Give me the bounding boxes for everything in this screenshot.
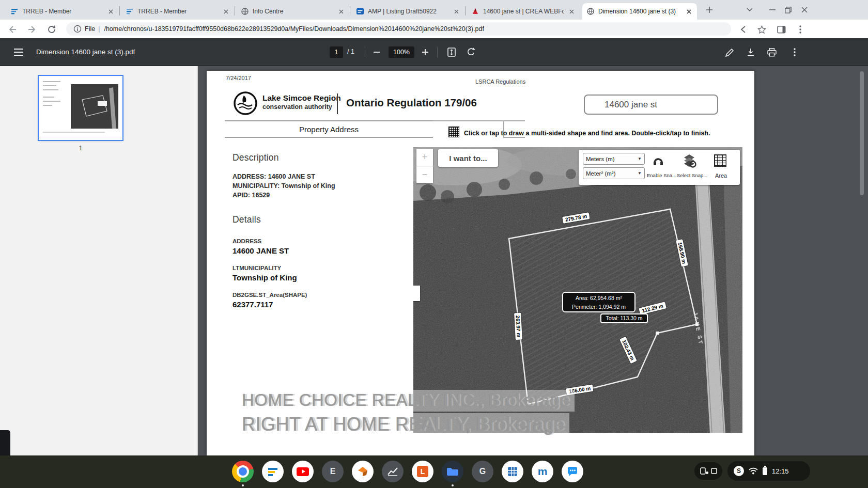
map-side-handle[interactable]: [413, 286, 420, 301]
youtube-icon[interactable]: [292, 461, 314, 482]
tab-close-icon[interactable]: [452, 7, 460, 15]
notification-pill[interactable]: [694, 462, 722, 480]
lsrca-logo-icon: [233, 90, 258, 116]
tab-dimension-pdf-active[interactable]: Dimension 14600 jane st (3): [582, 3, 697, 20]
tab-close-icon[interactable]: [106, 7, 115, 15]
detail-area-value: 62377.7117: [233, 300, 273, 309]
pdf-title: Dimension 14600 jane st (3).pdf: [36, 48, 135, 56]
page-thumbnail[interactable]: [39, 76, 122, 140]
enable-snap-icon[interactable]: [652, 154, 664, 168]
map-toolbar: Meters (m)▼ Meter² (m²)▼ Enable Sna... S…: [579, 150, 740, 185]
description-address: ADDRESS: 14600 JANE ST: [233, 172, 315, 181]
chevron-down-icon: ▼: [638, 156, 642, 161]
geowarehouse-app-icon[interactable]: [502, 461, 523, 482]
chrome-icon[interactable]: [232, 461, 254, 482]
tab-close-icon[interactable]: [222, 7, 230, 15]
trreb-app-icon[interactable]: [262, 461, 284, 482]
page-number-input[interactable]: 1: [330, 46, 343, 58]
tab-trreb-1[interactable]: TRREB - Member: [6, 3, 119, 20]
reload-icon[interactable]: [45, 23, 58, 36]
property-address-tab[interactable]: Property Address: [225, 120, 433, 138]
url-separator: |: [98, 25, 100, 33]
realtor-app-icon[interactable]: [352, 461, 374, 482]
tab-close-icon[interactable]: [685, 7, 693, 15]
download-icon[interactable]: [745, 46, 757, 58]
browser-menu-icon[interactable]: [794, 23, 807, 36]
bookmark-star-icon[interactable]: [755, 23, 768, 36]
measurement-label: 263.97 m: [514, 313, 522, 340]
tab-search-chevron-icon[interactable]: [743, 4, 756, 15]
doc-corner-label: LSRCA Regulations: [475, 78, 525, 85]
g-app-icon[interactable]: G: [472, 461, 493, 482]
select-snap-icon[interactable]: [682, 153, 696, 168]
pdf-more-icon[interactable]: [788, 46, 801, 58]
pdf-menu-icon[interactable]: [12, 46, 25, 58]
holding-space-block[interactable]: [0, 430, 10, 455]
annotate-pencil-icon[interactable]: [723, 46, 736, 58]
l-app-icon[interactable]: L: [412, 461, 433, 482]
area-unit-dropdown-value: Meter² (m²): [586, 170, 616, 177]
thumb-map: [71, 84, 118, 129]
detail-ltmunicipality-label: LTMUNICIPALITY: [233, 265, 281, 271]
rotate-icon[interactable]: [465, 46, 477, 58]
share-icon[interactable]: [737, 23, 750, 36]
map-zoom-out-button[interactable]: −: [416, 166, 433, 183]
zoom-level[interactable]: 100%: [389, 46, 414, 58]
minimize-button[interactable]: [766, 4, 779, 15]
watermark-line-2: RIGHT AT HOME REALTY, Brokerage: [237, 413, 569, 437]
running-app-dot: [452, 484, 454, 486]
i-want-to-button[interactable]: I want to...: [438, 149, 498, 167]
tab-connector-line: [433, 120, 525, 121]
e-app-icon[interactable]: E: [322, 461, 344, 482]
tab-close-icon[interactable]: [567, 7, 576, 15]
print-icon[interactable]: [766, 46, 778, 58]
restore-button[interactable]: [781, 4, 795, 15]
tab-separator: [465, 6, 466, 15]
logo-subtitle: conservation authority: [262, 103, 332, 111]
unit-dropdown[interactable]: Meters (m)▼: [583, 153, 645, 165]
tab-title: TRREB - Member: [22, 8, 103, 15]
files-app-icon[interactable]: [442, 461, 463, 482]
tab-separator: [350, 6, 350, 15]
thumb-text-line: [43, 105, 52, 106]
toolbar-divider: [437, 47, 438, 57]
zoom-out-icon[interactable]: [371, 46, 382, 58]
tab-trreb-2[interactable]: TRREB - Member: [121, 3, 234, 20]
area-tool-icon[interactable]: [714, 154, 726, 167]
zoom-in-icon[interactable]: [420, 46, 431, 58]
draw-instruction: Click or tap to draw a multi-sided shape…: [464, 130, 712, 137]
tab-close-icon[interactable]: [337, 7, 345, 15]
close-window-button[interactable]: [798, 4, 811, 15]
address-search-box[interactable]: 14600 jane st: [584, 95, 718, 115]
pdf-page: 7/24/2017 LSRCA Regulations Lake Simcoe …: [207, 71, 754, 455]
tab-amp-listing[interactable]: AMP | Listing Draft50922: [352, 3, 464, 20]
back-icon[interactable]: [6, 23, 19, 36]
status-tray[interactable]: S 12:15: [727, 461, 810, 481]
thumb-text-line: [43, 89, 58, 90]
description-heading: Description: [233, 152, 279, 163]
omnibox[interactable]: File | /home/chronos/u-183519791facff0ff…: [66, 22, 731, 36]
new-tab-button[interactable]: [703, 4, 716, 15]
tab-separator: [119, 6, 120, 15]
details-heading: Details: [233, 214, 261, 225]
viewer-scrollbar[interactable]: [860, 71, 864, 195]
tab-info-centre[interactable]: Info Centre: [237, 3, 349, 20]
url-path: /home/chronos/u-183519791facff0ff9550d68…: [104, 25, 484, 33]
i-want-to-label: I want to...: [449, 154, 487, 163]
tab-title: Info Centre: [253, 8, 334, 15]
matrix-app-icon[interactable]: m: [532, 461, 553, 482]
enable-snap-label: Enable Sna...: [647, 172, 676, 178]
fit-page-icon[interactable]: [445, 46, 458, 58]
total-measurement-pill: Total: 113.30 m: [600, 313, 648, 323]
area-unit-dropdown[interactable]: Meter² (m²)▼: [583, 167, 645, 179]
regulation-title: Ontario Regulation 179/06: [346, 97, 477, 109]
map-zoom-in-button[interactable]: +: [416, 149, 433, 166]
forward-icon[interactable]: [26, 23, 38, 36]
address-search-value: 14600 jane st: [605, 100, 657, 110]
wifi-icon: [749, 467, 758, 475]
info-icon[interactable]: [73, 25, 82, 33]
chart-app-icon[interactable]: [382, 461, 404, 482]
tab-crea-webforms[interactable]: 14600 jane st | CREA WEBFo: [467, 3, 580, 20]
chat-app-icon[interactable]: [562, 461, 583, 482]
side-panel-icon[interactable]: [775, 23, 787, 36]
